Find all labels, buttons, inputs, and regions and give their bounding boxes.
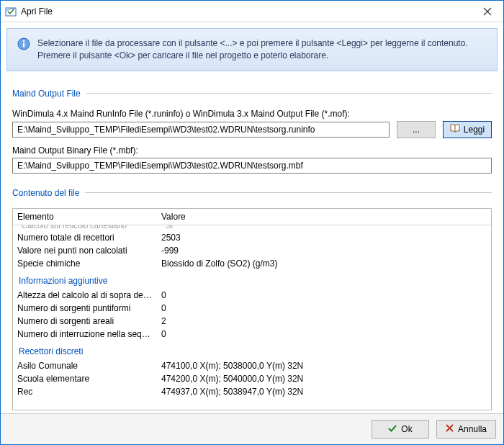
header-elemento[interactable]: Elemento [13, 209, 157, 225]
cell-value: 474937,0 X(m); 5038947,0 Y(m) 32N [157, 385, 491, 398]
legend-text: Contenuto del file [12, 188, 79, 198]
group-header: Recettori discreti [13, 341, 491, 359]
header-valore[interactable]: Valore [157, 209, 491, 225]
table-row: Altezza del calcolo al di sopra del li..… [13, 289, 491, 302]
table-row: Rec474937,0 X(m); 5038947,0 Y(m) 32N [13, 385, 491, 398]
cell-value: 474100,0 X(m); 5038000,0 Y(m) 32N [157, 359, 491, 372]
dialog-footer: Ok Annulla [1, 413, 503, 444]
table-row: Specie chimicheBiossido di Zolfo (SO2) (… [13, 257, 491, 270]
cell-value: 0 [157, 289, 491, 302]
window-title: Apri File [21, 6, 472, 17]
cell-label: Scuola elementare [13, 372, 157, 385]
ok-label: Ok [401, 424, 412, 434]
cancel-label: Annulla [458, 424, 487, 434]
legend-line [85, 192, 492, 193]
runinfo-path-input[interactable] [12, 122, 390, 138]
cell-value: -999 [157, 244, 491, 257]
cell-label: Numero totale di recettori [13, 231, 157, 244]
cell-label: Calcolo sul reticolo cartesiano [17, 225, 161, 230]
content-grid: Elemento Valore Calcolo sul reticolo car… [12, 208, 492, 410]
info-text: Selezionare il file da processare con il… [37, 37, 487, 62]
cell-label: Valore nei punti non calcolati [13, 244, 157, 257]
cell-label: Altezza del calcolo al di sopra del li..… [13, 289, 157, 302]
grid-body[interactable]: Calcolo sul reticolo cartesiano Sì Numer… [13, 225, 491, 410]
table-row: Scuola elementare474200,0 X(m); 5040000,… [13, 372, 491, 385]
dialog-window: Apri File Selezionare il file da process… [0, 0, 504, 445]
info-banner: Selezionare il file da processare con il… [6, 28, 498, 71]
legend-text: Maind Output File [12, 89, 81, 99]
read-button[interactable]: Leggi [443, 121, 492, 138]
svg-point-2 [23, 40, 25, 42]
table-row: Valore nei punti non calcolati-999 [13, 244, 491, 257]
browse-button[interactable]: ... [397, 121, 436, 138]
legend-line [86, 93, 492, 94]
svg-rect-0 [6, 8, 16, 16]
titlebar: Apri File [1, 1, 503, 22]
runinfo-label: WinDimula 4.x Maind RunInfo File (*.runi… [12, 109, 492, 119]
table-row: Numero totale di recettori2503 [13, 231, 491, 244]
binary-path-input[interactable] [12, 158, 492, 174]
table-row: Numero di sorgenti areali2 [13, 315, 491, 328]
info-icon [17, 37, 30, 62]
x-icon [446, 424, 454, 434]
table-row: Asilo Comunale474100,0 X(m); 5038000,0 Y… [13, 359, 491, 372]
read-button-label: Leggi [464, 125, 485, 135]
cell-label: Numero di interruzione nella seque... [13, 328, 157, 341]
cell-value: 474200,0 X(m); 5040000,0 Y(m) 32N [157, 372, 491, 385]
output-file-legend: Maind Output File [12, 89, 492, 99]
book-icon [450, 124, 460, 135]
cancel-button[interactable]: Annulla [436, 420, 496, 439]
table-row: Calcolo sul reticolo cartesiano Sì [13, 225, 491, 231]
cell-value: 2503 [157, 231, 491, 244]
content-legend: Contenuto del file [12, 188, 492, 198]
cell-value: Biossido di Zolfo (SO2) (g/m3) [157, 257, 491, 270]
close-button[interactable] [472, 1, 503, 22]
cell-value: 0 [157, 302, 491, 315]
cell-value: 2 [157, 315, 491, 328]
app-icon [5, 6, 17, 17]
cell-label: Numero di sorgenti puntiformi [13, 302, 157, 315]
table-row: Numero di interruzione nella seque...0 [13, 328, 491, 341]
cell-label: Asilo Comunale [13, 359, 157, 372]
grid-header: Elemento Valore [13, 209, 491, 225]
cell-label: Rec [13, 385, 157, 398]
cell-label: Specie chimiche [13, 257, 157, 270]
binary-label: Maind Output Binary File (*.mbf): [12, 145, 492, 156]
ok-button[interactable]: Ok [372, 420, 429, 439]
check-icon [388, 424, 397, 435]
cell-value: Sì [161, 225, 487, 230]
table-row: Numero di sorgenti puntiformi0 [13, 302, 491, 315]
cell-value: 0 [157, 328, 491, 341]
cell-label: Numero di sorgenti areali [13, 315, 157, 328]
svg-rect-3 [23, 43, 24, 48]
group-header: Informazioni aggiuntive [13, 270, 491, 289]
